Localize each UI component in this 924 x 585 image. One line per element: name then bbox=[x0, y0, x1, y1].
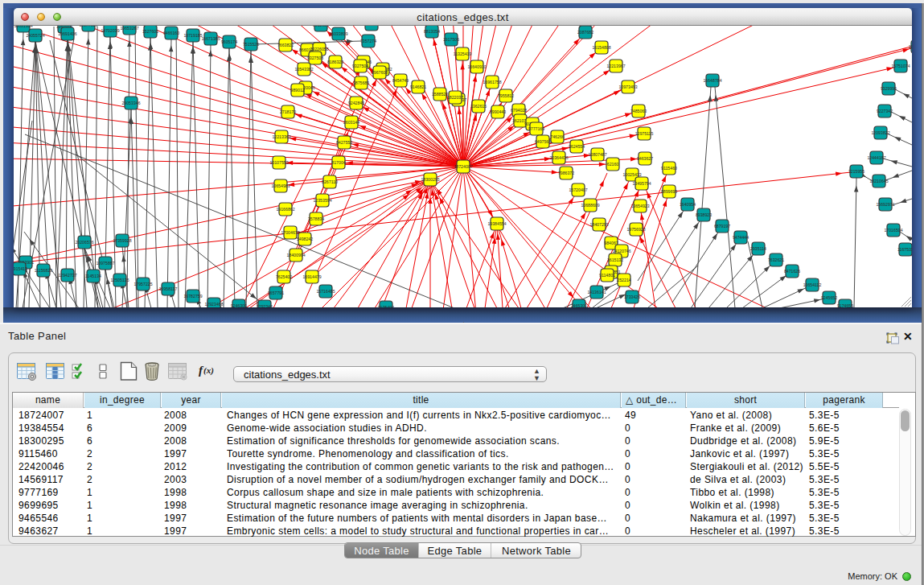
svg-text:6497568: 6497568 bbox=[535, 139, 551, 144]
svg-text:17957225: 17957225 bbox=[133, 282, 152, 286]
svg-text:16154808: 16154808 bbox=[592, 45, 610, 50]
svg-text:1362615: 1362615 bbox=[470, 104, 487, 109]
svg-text:10973493: 10973493 bbox=[618, 84, 637, 89]
svg-text:14702039: 14702039 bbox=[101, 28, 119, 33]
svg-text:2603144: 2603144 bbox=[343, 120, 359, 125]
svg-text:10719185: 10719185 bbox=[183, 33, 202, 38]
svg-text:1588520: 1588520 bbox=[432, 92, 448, 97]
svg-text:17016504: 17016504 bbox=[884, 228, 902, 233]
svg-text:16640910: 16640910 bbox=[467, 64, 486, 69]
svg-text:12213967: 12213967 bbox=[606, 64, 625, 68]
svg-text:8990443: 8990443 bbox=[490, 109, 506, 114]
svg-text:7663822: 7663822 bbox=[277, 43, 294, 47]
svg-text:2718170: 2718170 bbox=[280, 109, 296, 114]
svg-text:18300295: 18300295 bbox=[421, 177, 439, 182]
svg-text:7515526: 7515526 bbox=[243, 42, 259, 47]
svg-text:6466160: 6466160 bbox=[163, 31, 179, 35]
svg-text:9174655: 9174655 bbox=[837, 303, 853, 307]
svg-text:2087682: 2087682 bbox=[577, 30, 593, 35]
svg-text:10977316: 10977316 bbox=[79, 26, 97, 27]
svg-text:9474444: 9474444 bbox=[733, 235, 749, 240]
svg-text:2935114: 2935114 bbox=[750, 246, 766, 251]
svg-text:12444187: 12444187 bbox=[867, 155, 885, 160]
svg-text:12093822: 12093822 bbox=[871, 130, 889, 135]
svg-text:10807487: 10807487 bbox=[588, 152, 606, 157]
svg-text:9135404: 9135404 bbox=[378, 305, 394, 307]
svg-text:14136141: 14136141 bbox=[587, 290, 606, 295]
svg-text:8938923: 8938923 bbox=[696, 212, 712, 217]
svg-text:8471626: 8471626 bbox=[784, 269, 800, 274]
svg-text:8454749: 8454749 bbox=[392, 78, 409, 83]
svg-text:1733426: 1733426 bbox=[624, 295, 640, 299]
svg-text:17004678: 17004678 bbox=[281, 230, 299, 235]
svg-text:3624554: 3624554 bbox=[569, 144, 585, 149]
svg-text:10654983: 10654983 bbox=[271, 183, 290, 188]
svg-text:9605174: 9605174 bbox=[221, 39, 237, 44]
svg-text:817004: 817004 bbox=[331, 160, 345, 165]
svg-text:2465301: 2465301 bbox=[571, 303, 587, 307]
svg-text:10654112: 10654112 bbox=[803, 282, 822, 287]
svg-text:3215955: 3215955 bbox=[848, 169, 864, 174]
svg-text:18631304: 18631304 bbox=[14, 26, 32, 28]
svg-text:10688609: 10688609 bbox=[581, 203, 599, 208]
svg-text:9115460: 9115460 bbox=[661, 166, 677, 171]
svg-text:9777169: 9777169 bbox=[528, 126, 544, 131]
svg-text:12353594: 12353594 bbox=[313, 198, 331, 203]
svg-text:23226058: 23226058 bbox=[310, 47, 328, 51]
svg-text:15716485: 15716485 bbox=[316, 289, 335, 294]
svg-text:1527601: 1527601 bbox=[142, 29, 158, 34]
svg-text:13495794: 13495794 bbox=[632, 181, 651, 186]
svg-text:1822037: 1822037 bbox=[447, 95, 463, 100]
svg-text:62160: 62160 bbox=[607, 162, 619, 167]
svg-text:989012: 989012 bbox=[290, 88, 304, 93]
svg-text:16648784: 16648784 bbox=[703, 78, 721, 83]
svg-text:10975887: 10975887 bbox=[96, 261, 114, 266]
svg-text:8813054: 8813054 bbox=[424, 29, 440, 34]
svg-text:2967608: 2967608 bbox=[372, 70, 388, 75]
svg-text:9327504: 9327504 bbox=[352, 64, 368, 68]
svg-text:15692971: 15692971 bbox=[876, 202, 894, 207]
svg-text:19756928: 19756928 bbox=[626, 227, 645, 232]
svg-text:9246301: 9246301 bbox=[231, 303, 247, 307]
svg-text:746266: 746266 bbox=[550, 134, 564, 139]
svg-text:7955812: 7955812 bbox=[498, 93, 514, 98]
svg-text:1917506: 1917506 bbox=[443, 37, 459, 42]
svg-text:11128506: 11128506 bbox=[909, 44, 912, 49]
svg-text:9657791: 9657791 bbox=[268, 290, 284, 295]
svg-text:1640954: 1640954 bbox=[680, 202, 696, 207]
svg-text:15751074: 15751074 bbox=[891, 64, 910, 68]
svg-text:(x): (x) bbox=[203, 365, 214, 376]
svg-text:17359928: 17359928 bbox=[113, 238, 131, 243]
svg-text:8186323: 8186323 bbox=[327, 60, 343, 64]
svg-text:20206576: 20206576 bbox=[75, 240, 93, 245]
svg-text:9463627: 9463627 bbox=[637, 156, 653, 161]
svg-text:7625402: 7625402 bbox=[276, 274, 292, 279]
svg-text:1145134: 1145134 bbox=[85, 274, 101, 278]
svg-text:8427552: 8427552 bbox=[336, 140, 352, 145]
svg-text:12213363: 12213363 bbox=[272, 134, 290, 139]
svg-text:18407299: 18407299 bbox=[589, 222, 608, 227]
svg-text:16914479: 16914479 bbox=[302, 274, 321, 279]
svg-text:7632621: 7632621 bbox=[768, 257, 784, 262]
svg-text:9329996: 9329996 bbox=[881, 86, 897, 91]
svg-text:11325419: 11325419 bbox=[454, 51, 472, 56]
svg-text:12942737: 12942737 bbox=[58, 273, 76, 278]
svg-text:9227342: 9227342 bbox=[877, 109, 893, 113]
svg-text:10107553: 10107553 bbox=[269, 160, 288, 165]
svg-text:19166862: 19166862 bbox=[276, 207, 294, 212]
svg-text:3915413: 3915413 bbox=[14, 266, 27, 271]
svg-text:16033809: 16033809 bbox=[329, 31, 347, 36]
svg-text:16782759: 16782759 bbox=[183, 294, 202, 299]
svg-text:10210645: 10210645 bbox=[869, 179, 888, 183]
svg-text:7986372: 7986372 bbox=[558, 171, 574, 175]
svg-text:29053346: 29053346 bbox=[121, 101, 140, 105]
svg-text:1615132: 1615132 bbox=[607, 257, 623, 262]
svg-text:6794028: 6794028 bbox=[511, 108, 527, 113]
svg-text:14120746: 14120746 bbox=[612, 249, 630, 253]
svg-text:6879197: 6879197 bbox=[714, 224, 730, 229]
svg-text:10958117: 10958117 bbox=[159, 286, 178, 291]
svg-text:9382101: 9382101 bbox=[363, 26, 380, 27]
svg-text:19384554: 19384554 bbox=[487, 221, 506, 226]
svg-text:12505135: 12505135 bbox=[110, 278, 129, 282]
svg-text:7357274: 7357274 bbox=[360, 39, 376, 43]
